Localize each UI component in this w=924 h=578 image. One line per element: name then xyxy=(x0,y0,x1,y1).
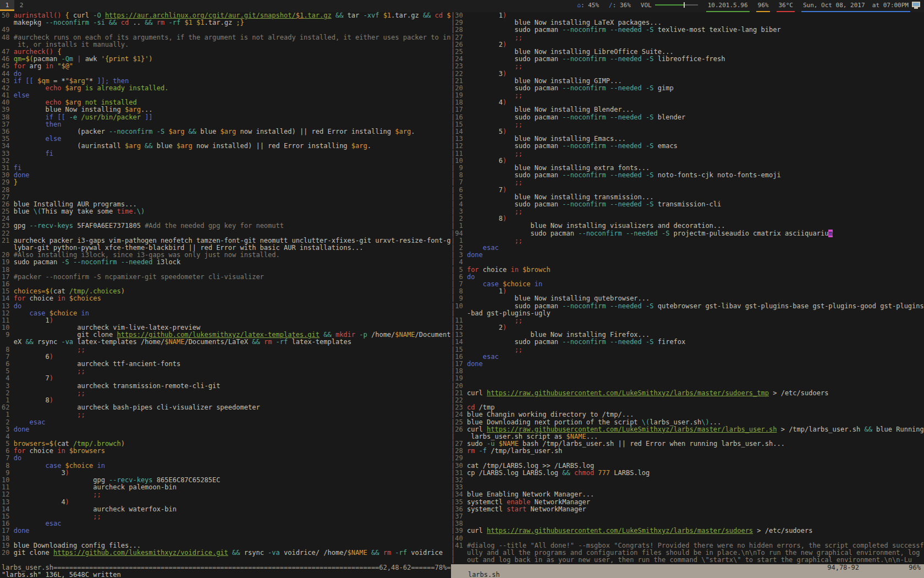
volume-module: VOL xyxy=(641,0,698,11)
code-row: |32 xyxy=(451,477,924,484)
line-number xyxy=(2,338,14,346)
line-number: 19 xyxy=(455,374,467,382)
code-row: | 1 ;; xyxy=(451,237,924,244)
code-row: |36 systemctl start NetworkManager xyxy=(451,506,924,513)
workspace-tag-1[interactable]: 1 xyxy=(0,0,14,11)
code-row: | out and log back in as your new user, … xyxy=(451,557,924,564)
line-number: 25 xyxy=(455,48,467,56)
line-number: 17 xyxy=(455,360,467,368)
code-row: it, or installs it manually. xyxy=(2,41,451,48)
code-row: | 7 ;; xyxy=(451,179,924,186)
line-number: 32 xyxy=(455,476,467,484)
line-number: 14 xyxy=(2,505,14,513)
line-number: 7 xyxy=(455,178,467,186)
line-number: 47 xyxy=(2,48,14,56)
code-row: |22 xyxy=(451,397,924,404)
line-number xyxy=(455,433,467,440)
line-number: 29 xyxy=(455,19,467,26)
line-number: 28 xyxy=(455,26,467,34)
line-number: 5 xyxy=(2,367,14,375)
code-row: |18 xyxy=(451,368,924,375)
code-row: 6 for choice in $browsers xyxy=(2,448,451,455)
vim-statusline-row: larbs_user.sh===========================… xyxy=(0,564,924,571)
code-row: 42 echo $arg is already installed. xyxy=(2,85,451,92)
line-number: 16 xyxy=(2,280,14,288)
code-row: | 2 esac xyxy=(451,244,924,252)
line-number: 62 xyxy=(2,403,14,411)
code-row: 16 esac xyxy=(2,520,451,527)
code-row: |15 ;; xyxy=(451,346,924,353)
line-number xyxy=(2,19,14,26)
line-number: 28 xyxy=(2,186,14,194)
code-row: |39 curl https://raw.githubusercontent.c… xyxy=(451,527,924,535)
line-number: 38 xyxy=(2,113,14,121)
line-number: 40 xyxy=(455,535,467,542)
line-number: 37 xyxy=(455,512,467,520)
code-row: |23 ;; xyxy=(451,63,924,70)
code-row: makepkg --noconfirm -si && cd .. && rm -… xyxy=(2,19,451,26)
line-number: 39 xyxy=(2,106,14,113)
code-row: 36 (packer --noconfirm -S $arg && blue $… xyxy=(2,128,451,135)
line-number: 8 xyxy=(455,171,467,179)
line-number: 8 xyxy=(2,346,14,353)
line-number: 21 xyxy=(455,77,467,85)
line-number: 35 xyxy=(2,135,14,143)
line-number: 13 xyxy=(455,331,467,339)
line-number: 38 xyxy=(455,520,467,527)
line-number: 25 xyxy=(455,418,467,426)
line-number: 21 xyxy=(2,237,14,244)
line-number: 33 xyxy=(2,150,14,157)
line-number: 19 xyxy=(2,542,14,549)
root-icon: / xyxy=(609,2,613,9)
line-number: 1 xyxy=(455,222,467,230)
volume-slider xyxy=(655,2,698,8)
code-row: |28 rm -f /tmp/larbs_user.sh xyxy=(451,448,924,455)
line-number: 5 xyxy=(2,440,14,448)
vim-pane-larbs-sh[interactable]: |30 1)|29 blue Now installing LaTeX pack… xyxy=(451,12,924,564)
code-row: |21 curl https://raw.githubusercontent.c… xyxy=(451,390,924,397)
line-number: 1 xyxy=(2,396,14,404)
code-row: 17 #packer --noconfirm -S ncpamixer-git … xyxy=(2,274,451,281)
line-number: 16 xyxy=(2,520,14,527)
line-number: 5 xyxy=(455,193,467,201)
line-number: 7 xyxy=(455,280,467,288)
line-number: 24 xyxy=(455,411,467,418)
code-row: 1 ;; xyxy=(2,411,451,418)
vim-editor: 50 aurinstall() { curl -O https://aur.ar… xyxy=(0,12,924,578)
line-number: 12 xyxy=(455,142,467,150)
line-number: 18 xyxy=(455,367,467,375)
line-number: 5 xyxy=(455,266,467,274)
line-number: 6 xyxy=(455,273,467,281)
line-number: 2 xyxy=(2,389,14,397)
line-number: 46 xyxy=(2,55,14,63)
line-number: 44 xyxy=(2,70,14,78)
line-number: 27 xyxy=(455,440,467,448)
line-number: 6 xyxy=(455,186,467,194)
statusline-filename: larbs.sh xyxy=(467,571,500,578)
temperature: 36°C xyxy=(778,0,793,11)
line-number: 3 xyxy=(455,251,467,259)
line-number: 22 xyxy=(455,396,467,404)
code-row: 23 gpg --recv-keys 5FAF0A6EE7371805 #Add… xyxy=(2,222,451,230)
line-number: 37 xyxy=(2,121,14,128)
line-number: 26 xyxy=(2,200,14,208)
line-number: 18 xyxy=(2,535,14,542)
line-number: 4 xyxy=(2,433,14,440)
status-bar: 1 2 ⌂: 45% /: 36% VOL 10.201.5.96 96% 36… xyxy=(0,0,924,12)
code-row: |15 ;; xyxy=(451,121,924,128)
line-number: 39 xyxy=(455,527,467,535)
line-number: 8 xyxy=(455,287,467,295)
line-number: 9 xyxy=(2,331,14,339)
line-number: 6 xyxy=(2,447,14,455)
line-number: 3 xyxy=(2,426,14,433)
line-number: 35 xyxy=(455,498,467,506)
home-icon: ⌂ xyxy=(577,2,581,9)
code-row: 20 git clone https://github.com/lukesmit… xyxy=(2,549,451,557)
line-number: 3 xyxy=(2,382,14,390)
systray-monitor-icon[interactable] xyxy=(912,2,921,9)
code-row: |27 ;; xyxy=(451,34,924,41)
code-row: 28 xyxy=(2,187,451,194)
line-number: 31 xyxy=(2,164,14,172)
workspace-tag-2[interactable]: 2 xyxy=(14,0,29,11)
vim-pane-larbs-user-sh[interactable]: 50 aurinstall() { curl -O https://aur.ar… xyxy=(2,12,451,557)
